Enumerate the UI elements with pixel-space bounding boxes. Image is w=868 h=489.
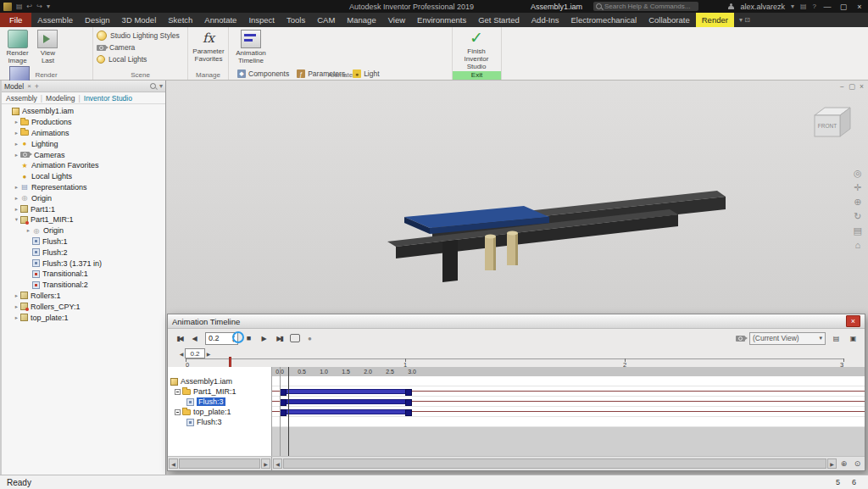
tree-item-assembly-root[interactable]: Assembly1.iam xyxy=(2,106,165,117)
tree-item-local-lights[interactable]: ● Local Lights xyxy=(2,171,165,182)
scroll-right-icon[interactable]: ▶ xyxy=(827,458,837,469)
tab-get-started[interactable]: Get Started xyxy=(472,13,526,27)
tab-tools[interactable]: Tools xyxy=(281,13,311,27)
tab-electromechanical[interactable]: Electromechanical xyxy=(565,13,643,27)
tab-design[interactable]: Design xyxy=(79,13,116,27)
view-cube[interactable]: FRONT xyxy=(807,103,856,147)
zoom-icon[interactable]: ⊕ xyxy=(854,197,861,207)
track-row-assembly[interactable] xyxy=(272,376,865,386)
tree-item-origin[interactable]: ▸ ◎ Origin xyxy=(2,192,165,203)
help-icon[interactable]: ? xyxy=(813,3,816,10)
help-search-box[interactable] xyxy=(593,2,698,11)
browser-tab-inventor-studio[interactable]: Inventor Studio xyxy=(84,94,132,103)
expand-arrow-icon[interactable]: ▸ xyxy=(13,292,20,299)
tracks-horizontal-scrollbar[interactable]: ◀ ▶ ⊕ ⊙ xyxy=(272,457,865,470)
browser-pin-icon[interactable]: ▾ xyxy=(159,82,163,90)
group-label-scene[interactable]: Scene xyxy=(93,71,187,80)
step-forward-icon[interactable]: ▶ xyxy=(205,351,212,357)
expand-arrow-icon[interactable]: ▸ xyxy=(13,195,20,202)
timeline-title-bar[interactable]: Animation Timeline × xyxy=(168,314,865,329)
tab-annotate[interactable]: Annotate xyxy=(198,13,242,27)
pan-icon[interactable]: ✛ xyxy=(854,183,861,192)
maximize-button[interactable]: ▢ xyxy=(838,3,849,11)
group-label-animate[interactable]: Animate xyxy=(229,71,452,80)
tree-horizontal-scrollbar[interactable]: ◀ ▶ xyxy=(168,457,272,470)
expand-arrow-icon[interactable]: ▸ xyxy=(13,141,20,147)
tree-item-rollers[interactable]: ▸ Rollers:1 xyxy=(2,291,165,302)
studio-lighting-styles-button[interactable]: Studio Lighting Styles xyxy=(97,30,184,42)
timeline-tree-top-plate[interactable]: top_plate:1 xyxy=(168,407,271,417)
scroll-left-icon[interactable]: ◀ xyxy=(169,458,178,469)
go-to-start-button[interactable] xyxy=(173,332,186,345)
viewport-minimize-icon[interactable]: − xyxy=(840,82,844,91)
app-icon[interactable] xyxy=(3,3,12,11)
playhead-cursor[interactable] xyxy=(288,367,289,457)
full-navigation-wheel-icon[interactable]: ◎ xyxy=(854,169,862,178)
quick-access-save-icon[interactable]: ▤ xyxy=(16,3,23,10)
tree-item-transitional1[interactable]: Transitional:1 xyxy=(2,269,165,280)
scroll-right-icon[interactable]: ▶ xyxy=(261,458,270,469)
tree-item-rollers-cpy[interactable]: ▸ Rollers_CPY:1 xyxy=(2,301,165,312)
group-label-render[interactable]: Render xyxy=(0,71,92,80)
collapse-box-icon[interactable] xyxy=(175,389,181,395)
orbit-icon[interactable]: ↻ xyxy=(854,212,861,221)
expand-arrow-icon[interactable]: ▸ xyxy=(13,303,20,310)
expand-arrow-icon[interactable]: ▸ xyxy=(13,130,20,136)
playback-options-button[interactable] xyxy=(288,332,301,345)
tab-collaborate[interactable]: Collaborate xyxy=(643,13,696,27)
parameter-favorites-button[interactable]: fx Parameter Favorites xyxy=(192,29,225,64)
tab-render[interactable]: Render xyxy=(696,13,734,27)
browser-add-tab-icon[interactable]: + xyxy=(35,82,39,91)
animation-timeline-button[interactable]: Animation Timeline xyxy=(232,29,270,65)
step-back-icon[interactable]: ◀ xyxy=(178,351,185,357)
search-input[interactable] xyxy=(604,3,696,10)
home-icon[interactable]: ⌂ xyxy=(854,241,860,250)
tree-item-animations[interactable]: ▸ Animations xyxy=(2,128,165,139)
finish-inventor-studio-button[interactable]: ✓ Finish Inventor Studio xyxy=(456,29,497,71)
tab-assemble[interactable]: Assemble xyxy=(31,13,79,27)
tab-file[interactable]: File xyxy=(0,13,31,27)
track-row-flush3-selected[interactable] xyxy=(272,397,865,407)
user-name[interactable]: alex.alvarezk xyxy=(740,3,785,11)
expand-arrow-icon[interactable]: ▸ xyxy=(13,314,20,321)
scene-camera-button[interactable]: Camera xyxy=(97,42,184,53)
animation-bar[interactable] xyxy=(280,389,412,394)
tree-item-flush3[interactable]: Flush:3 (1.371 in) xyxy=(2,258,165,269)
tab-view[interactable]: View xyxy=(382,13,411,27)
tree-item-lighting[interactable]: ▸ ● Lighting xyxy=(2,138,165,149)
record-stop-button[interactable] xyxy=(242,332,255,345)
tree-item-cameras[interactable]: ▸ Cameras xyxy=(2,149,165,160)
quick-access-dropdown-icon[interactable]: ▾ xyxy=(47,3,50,10)
tree-item-part1[interactable]: ▸ Part1:1 xyxy=(2,203,165,214)
browser-tab-assembly[interactable]: Assembly xyxy=(6,94,37,103)
timeline-close-button[interactable]: × xyxy=(846,315,860,327)
tree-item-top-plate[interactable]: ▸ top_plate:1 xyxy=(2,312,165,323)
timeline-camera-icon[interactable] xyxy=(736,336,745,342)
timeline-tree-flush3-selected[interactable]: Flush:3 xyxy=(168,397,271,407)
add-camera-action-button[interactable]: ▤ xyxy=(830,332,843,345)
local-lights-button[interactable]: Local Lights xyxy=(97,53,184,65)
tree-item-animation-favorites[interactable]: ★ Animation Favorites xyxy=(2,160,165,171)
track-row-flush3[interactable] xyxy=(272,417,865,427)
view-last-button[interactable]: View Last xyxy=(35,29,60,65)
browser-tab-modeling[interactable]: Modeling xyxy=(46,94,75,103)
record-button[interactable] xyxy=(303,332,316,345)
ribbon-options-icon[interactable]: ▾ ⊡ xyxy=(734,13,755,27)
close-button[interactable]: × xyxy=(854,3,865,11)
group-label-manage[interactable]: Manage xyxy=(188,71,228,80)
tab-add-ins[interactable]: Add-Ins xyxy=(526,13,565,27)
scroll-left-icon[interactable]: ◀ xyxy=(273,458,282,469)
expand-arrow-icon[interactable]: ▸ xyxy=(13,119,20,125)
tab-cam[interactable]: CAM xyxy=(311,13,341,27)
notifications-icon[interactable]: ▤ xyxy=(800,3,807,10)
expand-arrow-icon[interactable]: ▸ xyxy=(13,152,20,158)
camera-view-selector[interactable]: (Current View) ▾ xyxy=(749,332,826,345)
tree-item-representations[interactable]: ▸ ▤ Representations xyxy=(2,182,165,193)
zoom-fit-timeline-icon[interactable]: ⊙ xyxy=(851,458,864,469)
current-time-spinner[interactable]: 0.2 ▲▼ xyxy=(205,332,238,345)
tab-3d-model[interactable]: 3D Model xyxy=(116,13,163,27)
minimize-button[interactable]: — xyxy=(822,3,832,11)
look-at-icon[interactable]: ▤ xyxy=(854,226,862,236)
collapse-box-icon[interactable] xyxy=(175,409,181,415)
play-button[interactable] xyxy=(258,332,270,345)
